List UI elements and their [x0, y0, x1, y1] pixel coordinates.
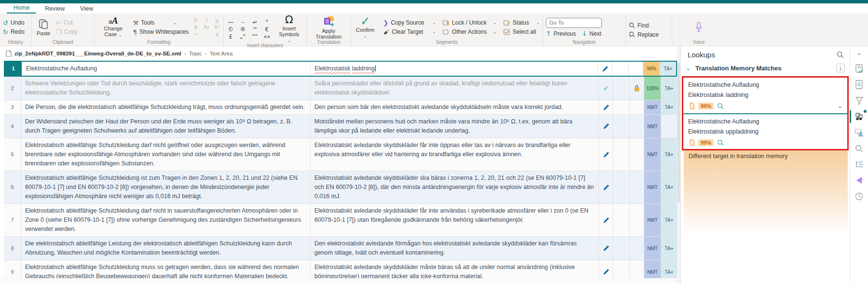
segment-number[interactable]: 6	[4, 171, 21, 203]
source-cell[interactable]: Der Widerstand zwischen der Haut der Per…	[21, 115, 311, 138]
scrollbar-thumb[interactable]	[678, 63, 680, 202]
character-button[interactable]: -	[203, 31, 210, 38]
concordance-search-icon[interactable]	[717, 103, 724, 109]
confirm-button[interactable]: ✓ Confirm ⌄	[354, 16, 377, 39]
source-cell[interactable]: Elektrostatisch ableitfähige Schutzkleid…	[21, 171, 311, 203]
source-cell[interactable]: Elektrostatisch ableitfähige Schutzkleid…	[21, 204, 311, 236]
clear-target-button[interactable]: Clear Target⌄	[383, 28, 436, 35]
segment-number[interactable]: 2	[4, 77, 21, 100]
tools-button[interactable]: ⚒Tools⌄	[133, 19, 189, 26]
target-cell[interactable]: Svåra personskador eller dödsfall på gru…	[311, 77, 599, 100]
source-cell[interactable]: Elektrostatisch ableitfähige Schutzkleid…	[21, 138, 311, 171]
segment-number[interactable]: 4	[4, 115, 21, 138]
copy-button[interactable]: ❐Copy	[56, 28, 78, 35]
character-button[interactable]: X²	[214, 24, 220, 30]
character-button[interactable]: °	[263, 19, 271, 25]
undo-button[interactable]: ↺Undo	[3, 19, 25, 26]
copy-source-button[interactable]: ❯Copy Source⌄	[383, 19, 436, 26]
replace-button[interactable]: Replace	[629, 31, 659, 38]
character-button[interactable]: ©	[227, 26, 235, 32]
source-cell[interactable]: Die Person, die die elektrostatisch able…	[21, 100, 311, 114]
ribbon-tab-view[interactable]: View	[73, 4, 100, 13]
comments-tab-button[interactable]	[854, 128, 865, 137]
tm-match[interactable]: Elektrostatische Aufladung Elektrostatis…	[683, 114, 847, 149]
find-button[interactable]: Find	[629, 22, 659, 29]
target-cell[interactable]: Motståndet mellan personens hud och mark…	[311, 115, 599, 138]
select-all-button[interactable]: Select all	[503, 28, 540, 35]
character-button[interactable]: –	[239, 19, 247, 25]
special-character-buttons[interactable]: —–↵°©®™€£„““”«»	[227, 19, 271, 40]
concordance-search-icon[interactable]	[717, 139, 724, 146]
messages-tab-button[interactable]	[854, 175, 865, 185]
source-cell[interactable]: Elektrostatische Aufladung	[22, 62, 311, 76]
insert-symbols-button[interactable]: Ω Insert Symbols ⌄	[275, 15, 303, 43]
change-case-button[interactable]: aA Change Case ⌄	[97, 18, 129, 37]
previous-button[interactable]: ↑Previous	[546, 30, 576, 37]
segment-status-cell[interactable]: ✓	[599, 100, 613, 114]
target-cell[interactable]: Den person som bär den elektrostatiskt a…	[311, 100, 599, 114]
source-cell[interactable]: Die elektrostatisch ableitfähige Leistun…	[21, 237, 311, 260]
character-button[interactable]: ®	[239, 26, 247, 32]
character-button[interactable]: a	[214, 31, 220, 38]
breadcrumb-topic[interactable]: Topic	[189, 51, 202, 56]
paste-button[interactable]: Paste	[35, 19, 52, 36]
segment-number[interactable]: 5	[4, 138, 21, 171]
breadcrumb-text-area[interactable]: Text Area	[210, 51, 233, 56]
segment-status-cell[interactable]: ✓	[599, 77, 613, 100]
document-structure-tab-button[interactable]	[854, 160, 865, 169]
next-button[interactable]: ↓Next	[582, 30, 602, 37]
preview-tab-button[interactable]	[854, 64, 865, 74]
vertical-scrollbar[interactable]	[677, 46, 680, 283]
segment-status-cell[interactable]: ✓	[599, 171, 613, 203]
target-cell[interactable]: Elektrostatisk laddning	[311, 62, 598, 76]
ribbon-tab-review[interactable]: Review	[38, 4, 71, 13]
segment-number[interactable]: 1	[5, 62, 22, 76]
file-details-tab-button[interactable]	[854, 80, 865, 90]
character-button[interactable]: b	[192, 17, 199, 23]
ribbon-tab-home[interactable]: Home	[7, 3, 36, 13]
cut-button[interactable]: ✂Cut	[56, 19, 78, 26]
character-button[interactable]: «»	[263, 33, 271, 40]
other-actions-button[interactable]: Other Actions⌄	[443, 28, 497, 35]
character-button[interactable]: u	[214, 17, 220, 23]
segment-number[interactable]: 3	[4, 100, 21, 114]
segment-number[interactable]: 8	[4, 237, 21, 260]
goto-input[interactable]	[546, 18, 602, 28]
filter-tab-button[interactable]	[854, 96, 865, 106]
character-button[interactable]: „“	[239, 33, 247, 40]
character-button[interactable]: €	[263, 26, 271, 32]
segment-status-cell[interactable]: ✓	[599, 115, 613, 138]
segment-number[interactable]: 7	[4, 204, 21, 236]
lock-unlock-button[interactable]: Lock / Unlock⌄	[443, 19, 497, 26]
character-button[interactable]: ↵	[251, 19, 259, 25]
source-cell[interactable]: Schwere Verletzungen oder Tod durch besc…	[21, 77, 311, 100]
history-tab-button[interactable]	[854, 191, 865, 201]
target-cell[interactable]: Den elektrostatiskt avledande förmågan h…	[311, 237, 599, 260]
status-button[interactable]: Status⌄	[503, 19, 540, 26]
apply-match-icon[interactable]: ⤓	[836, 64, 845, 72]
character-button[interactable]: S	[192, 24, 199, 30]
tm-match[interactable]: Elektrostatische Aufladung Elektrostatis…	[683, 78, 847, 112]
show-whitespaces-button[interactable]: ¶Show Whitespaces	[133, 28, 189, 35]
expand-match-chevron-icon[interactable]: ⌄	[838, 103, 842, 109]
character-button[interactable]: —	[227, 19, 235, 25]
target-cell[interactable]: Elektrostatiskt avledande skyddskläder s…	[311, 171, 599, 203]
inline-formatting-buttons[interactable]: biuSX₂X²¬-a	[192, 17, 220, 38]
character-button[interactable]: ™	[251, 26, 259, 32]
apply-translation-button[interactable]: Apply Translation	[310, 15, 348, 40]
redo-button[interactable]: ↻Redo	[3, 28, 25, 35]
advanced-search-tab-button[interactable]	[854, 144, 865, 153]
collapse-panel-button[interactable]: ⌄	[854, 48, 865, 58]
search-icon[interactable]	[837, 51, 844, 58]
character-button[interactable]: ¬	[192, 31, 199, 38]
segment-status-cell[interactable]: ✓	[599, 138, 613, 171]
voice-dictation-button[interactable]	[692, 21, 705, 34]
breadcrumb-file-name[interactable]: zip_2eNpkRDT_098391___Einweg-Overall_de-…	[14, 51, 181, 56]
character-button[interactable]: i	[203, 17, 210, 23]
segment-status-cell[interactable]: ✓	[598, 62, 612, 76]
segment-status-cell[interactable]: ✓	[599, 204, 613, 236]
lookups-tab-button[interactable]	[854, 112, 865, 121]
segment-status-cell[interactable]: ✓	[599, 237, 613, 260]
character-button[interactable]: £	[227, 33, 235, 40]
character-button[interactable]: X₂	[203, 24, 210, 30]
